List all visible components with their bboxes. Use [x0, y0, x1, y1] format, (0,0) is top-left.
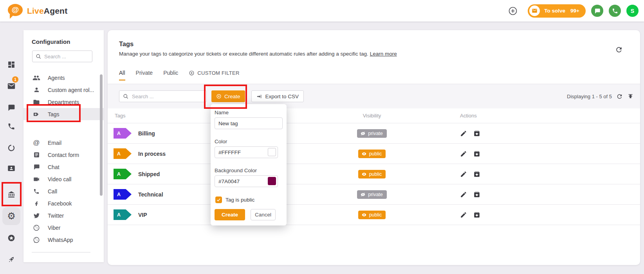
- tag-public-checkbox-row[interactable]: Tag is public: [215, 196, 283, 203]
- config-item-label: Contact form: [48, 152, 79, 158]
- call-status-button[interactable]: [609, 5, 621, 17]
- user-avatar[interactable]: S: [626, 5, 639, 17]
- config-item-whatsapp[interactable]: WhatsApp: [23, 234, 104, 246]
- popup-create-button[interactable]: Create: [215, 209, 245, 220]
- header-actions: To solve 99+ S: [508, 4, 639, 18]
- tag-name: Billing: [138, 130, 155, 137]
- config-item-label: Facebook: [48, 200, 72, 207]
- folder-icon: [32, 99, 40, 106]
- viber-icon: [32, 224, 40, 231]
- table-row[interactable]: A Shipped public: [108, 164, 640, 184]
- tag-name-input[interactable]: [215, 117, 283, 129]
- archive-icon[interactable]: [473, 150, 480, 157]
- visibility-badge: private: [357, 190, 387, 199]
- refresh-icon[interactable]: [616, 93, 623, 100]
- config-item-viber[interactable]: Viber: [23, 222, 104, 234]
- configuration-panel: Configuration Agents Custom agent rol...…: [23, 30, 104, 262]
- to-solve-label: To solve: [544, 8, 565, 14]
- config-item-contact-form[interactable]: Contact form: [23, 149, 104, 161]
- config-item-agents[interactable]: Agents: [23, 72, 104, 84]
- scroll-to-top-icon[interactable]: [627, 93, 634, 100]
- config-item-label: Custom agent rol...: [48, 87, 94, 93]
- chat-icon[interactable]: [7, 104, 15, 112]
- tag-chip: A: [114, 128, 132, 139]
- tag-name: Shipped: [138, 171, 160, 177]
- config-item-tags[interactable]: Tags: [23, 108, 104, 120]
- unread-badge: 1: [12, 76, 18, 83]
- background-color-swatch[interactable]: [268, 177, 276, 185]
- checkbox-checked-icon[interactable]: [215, 196, 222, 203]
- bank-icon[interactable]: [7, 191, 16, 199]
- refresh-icon[interactable]: [615, 46, 623, 54]
- tab-all[interactable]: All: [119, 70, 125, 81]
- table-row[interactable]: A In process public: [108, 144, 640, 164]
- config-item-label: Agents: [48, 75, 65, 81]
- config-item-facebook[interactable]: Facebook: [23, 197, 104, 209]
- config-search-box[interactable]: [32, 50, 92, 62]
- star-circle-icon[interactable]: [7, 234, 16, 242]
- contact-card-icon[interactable]: [7, 164, 16, 173]
- pagination-info: Displaying 1 - 5 of 5: [567, 93, 634, 100]
- column-visibility: Visibility: [309, 113, 435, 119]
- column-actions: Actions: [435, 113, 640, 119]
- dashboard-icon[interactable]: [7, 61, 16, 69]
- visibility-badge: public: [358, 150, 386, 158]
- checkbox-label: Tag is public: [225, 197, 254, 203]
- rocket-icon[interactable]: [7, 256, 16, 264]
- tag-chip: A: [114, 209, 132, 220]
- phone-icon[interactable]: [7, 123, 15, 130]
- table-search-box[interactable]: [119, 90, 207, 102]
- tab-public[interactable]: Public: [163, 70, 178, 81]
- table-search-input[interactable]: [132, 94, 198, 99]
- archive-icon[interactable]: [473, 211, 480, 218]
- edit-icon[interactable]: [460, 130, 467, 137]
- color-swatch[interactable]: [268, 148, 276, 156]
- table-header: Tags Visibility Actions: [108, 108, 640, 123]
- popup-cancel-button[interactable]: Cancel: [251, 209, 276, 220]
- chat-status-button[interactable]: [591, 5, 603, 17]
- config-item-chat[interactable]: Chat: [23, 161, 104, 173]
- table-body: A Billing private A In process: [108, 123, 640, 225]
- eye-icon: [361, 171, 367, 177]
- edit-icon[interactable]: [460, 191, 467, 198]
- config-divider: [32, 252, 90, 252]
- archive-icon[interactable]: [473, 130, 480, 137]
- edit-icon[interactable]: [460, 171, 467, 178]
- table-row[interactable]: A Technical private: [108, 184, 640, 205]
- unread-count: 1: [14, 78, 16, 82]
- add-new-icon[interactable]: [508, 6, 518, 16]
- config-scrollbar[interactable]: [100, 74, 103, 196]
- search-icon: [36, 54, 41, 59]
- config-item-label: Twitter: [48, 213, 64, 219]
- gear-icon[interactable]: ⚙: [7, 211, 16, 221]
- config-item-custom-agent-roles[interactable]: Custom agent rol...: [23, 84, 104, 96]
- archive-icon[interactable]: [473, 171, 480, 178]
- color-label: Color: [215, 139, 283, 144]
- visibility-badge: public: [358, 170, 386, 178]
- export-csv-button[interactable]: Export to CSV: [251, 90, 304, 102]
- config-item-twitter[interactable]: Twitter: [23, 209, 104, 222]
- mail-icon[interactable]: [7, 82, 16, 90]
- eye-icon: [360, 131, 366, 136]
- edit-icon[interactable]: [460, 150, 467, 157]
- create-button[interactable]: Create: [211, 90, 245, 102]
- learn-more-link[interactable]: Learn more: [370, 51, 397, 57]
- video-icon: [32, 176, 40, 183]
- table-row[interactable]: A Billing private: [108, 123, 640, 144]
- tab-custom-filter[interactable]: CUSTOM FILTER: [189, 70, 239, 81]
- to-solve-button[interactable]: To solve 99+: [528, 4, 586, 18]
- archive-icon[interactable]: [473, 191, 480, 198]
- liveagent-logo: @ LiveAgent: [8, 4, 67, 18]
- config-item-email[interactable]: @ Email: [23, 137, 104, 149]
- ring-icon[interactable]: [7, 144, 16, 152]
- facebook-icon: [32, 200, 40, 207]
- edit-icon[interactable]: [460, 211, 467, 218]
- config-search-input[interactable]: [44, 54, 83, 59]
- top-header: @ LiveAgent To solve 99+: [0, 0, 644, 22]
- tab-private[interactable]: Private: [136, 70, 153, 81]
- config-item-call[interactable]: Call: [23, 185, 104, 197]
- phone-icon: [32, 188, 40, 195]
- config-item-video-call[interactable]: Video call: [23, 173, 104, 185]
- config-item-departments[interactable]: Departments: [23, 96, 104, 108]
- table-row[interactable]: A VIP public: [108, 205, 640, 225]
